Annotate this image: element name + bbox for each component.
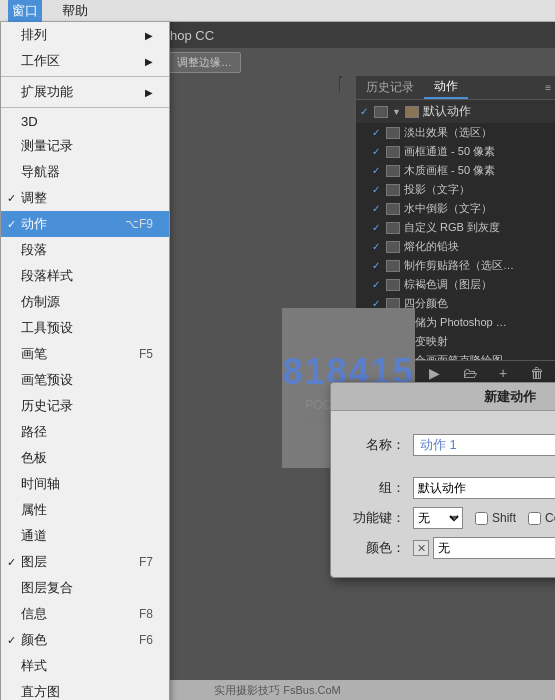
menu-item-measurement[interactable]: 测量记录 bbox=[1, 133, 169, 159]
menu-item-adjustments[interactable]: 调整 bbox=[1, 185, 169, 211]
new-action-btn[interactable]: + bbox=[493, 365, 513, 381]
menu-item-brush-presets[interactable]: 画笔预设 bbox=[1, 367, 169, 393]
action-item[interactable]: ✓ 制作剪贴路径（选区… bbox=[356, 256, 555, 275]
play-btn[interactable]: ▶ bbox=[423, 365, 446, 381]
ps-toolbar-strip: 调整边缘… bbox=[160, 48, 555, 76]
arrow-icon: ▶ bbox=[145, 56, 153, 67]
check-icon: ✓ bbox=[360, 106, 374, 117]
color-select-wrapper: 无 bbox=[433, 537, 555, 559]
action-icon bbox=[386, 203, 400, 215]
menu-item-paths[interactable]: 路径 bbox=[1, 419, 169, 445]
menu-item-histogram[interactable]: 直方图 bbox=[1, 679, 169, 700]
actions-tab[interactable]: 动作 bbox=[424, 76, 468, 99]
function-key-select[interactable]: 无 bbox=[413, 507, 463, 529]
delete-btn[interactable]: 🗑 bbox=[524, 365, 550, 381]
action-item[interactable]: ✓ 自定义 RGB 到灰度 bbox=[356, 218, 555, 237]
shift-checkbox-label[interactable]: Shift bbox=[475, 511, 516, 525]
color-row: 颜色： ✕ 无 bbox=[345, 537, 555, 559]
menu-item-channels[interactable]: 通道 bbox=[1, 523, 169, 549]
menu-item-paragraph-styles[interactable]: 段落样式 bbox=[1, 263, 169, 289]
action-item[interactable]: ✓ 熔化的铅块 bbox=[356, 237, 555, 256]
action-icon bbox=[386, 241, 400, 253]
ps-titlebar: hop CC bbox=[160, 22, 555, 48]
new-folder-btn[interactable]: 🗁 bbox=[457, 365, 483, 381]
action-item[interactable]: ✓ 画框通道 - 50 像素 bbox=[356, 142, 555, 161]
menu-item-tool-presets[interactable]: 工具预设 bbox=[1, 315, 169, 341]
history-tab[interactable]: 历史记录 bbox=[356, 77, 424, 98]
menu-item-swatches[interactable]: 色板 bbox=[1, 445, 169, 471]
menu-item-brush[interactable]: 画笔 F5 bbox=[1, 341, 169, 367]
menu-item-layer-comps[interactable]: 图层复合 bbox=[1, 575, 169, 601]
expand-triangle-icon: ▼ bbox=[392, 107, 401, 117]
menu-item-properties[interactable]: 属性 bbox=[1, 497, 169, 523]
panel-menu-arrow[interactable]: ≡ bbox=[545, 82, 555, 93]
shortcut-label: F6 bbox=[139, 633, 153, 647]
name-row: 名称： 记录 取消 bbox=[345, 421, 555, 469]
shortcut-label: F8 bbox=[139, 607, 153, 621]
group-select[interactable]: 默认动作 bbox=[413, 477, 555, 499]
action-item[interactable]: ✓ 淡出效果（选区） bbox=[356, 123, 555, 142]
action-item[interactable]: ✓ 棕褐色调（图层） bbox=[356, 275, 555, 294]
adjust-edge-btn[interactable]: 调整边缘… bbox=[168, 52, 241, 73]
function-key-row: 功能键： 无 Shift Command bbox=[345, 507, 555, 529]
photoshop-workspace: hop CC 调整边缘… » 历史记录 动作 ≡ ✓ ▼ bbox=[160, 22, 555, 700]
function-key-label: 功能键： bbox=[345, 509, 405, 527]
function-key-select-wrapper: 无 bbox=[413, 507, 463, 529]
dialog-body: 名称： 记录 取消 组： 默认动作 bbox=[331, 411, 555, 577]
group-label: 组： bbox=[345, 479, 405, 497]
action-icon bbox=[386, 279, 400, 291]
action-icon bbox=[386, 222, 400, 234]
group-select-wrapper: 默认动作 bbox=[413, 477, 555, 499]
menu-item-extensions[interactable]: 扩展功能 ▶ bbox=[1, 79, 169, 105]
shift-label: Shift bbox=[492, 511, 516, 525]
shift-checkbox[interactable] bbox=[475, 512, 488, 525]
watermark-text: 实用摄影技巧 FsBus.CoM bbox=[214, 683, 341, 698]
dialog-title: 新建动作 bbox=[331, 383, 555, 411]
action-group-header[interactable]: ✓ ▼ 默认动作 bbox=[356, 100, 555, 123]
action-icon bbox=[386, 184, 400, 196]
name-input[interactable] bbox=[413, 434, 555, 456]
action-item[interactable]: ✓ 投影（文字） bbox=[356, 180, 555, 199]
modifier-checkboxes: Shift Command bbox=[475, 511, 555, 525]
shortcut-label: F5 bbox=[139, 347, 153, 361]
action-icon bbox=[386, 127, 400, 139]
group-name: 默认动作 bbox=[423, 103, 471, 120]
group-row: 组： 默认动作 bbox=[345, 477, 555, 499]
menu-item-history[interactable]: 历史记录 bbox=[1, 393, 169, 419]
arrow-icon: ▶ bbox=[145, 87, 153, 98]
separator bbox=[1, 107, 169, 108]
menu-item-clone-source[interactable]: 仿制源 bbox=[1, 289, 169, 315]
ps-title: hop CC bbox=[170, 28, 214, 43]
action-icon bbox=[386, 260, 400, 272]
window-menu-item[interactable]: 窗口 bbox=[8, 0, 42, 22]
action-item[interactable]: ✓ 木质画框 - 50 像素 bbox=[356, 161, 555, 180]
window-dropdown: 排列 ▶ 工作区 ▶ 扩展功能 ▶ 3D 测量记录 导航器 调整 bbox=[0, 22, 170, 700]
main-area: 排列 ▶ 工作区 ▶ 扩展功能 ▶ 3D 测量记录 导航器 调整 bbox=[0, 22, 555, 700]
menu-item-layers[interactable]: 图层 F7 bbox=[1, 549, 169, 575]
menu-item-actions[interactable]: 动作 ⌥F9 bbox=[1, 211, 169, 237]
menu-item-color[interactable]: 颜色 F6 bbox=[1, 627, 169, 653]
menu-item-navigator[interactable]: 导航器 bbox=[1, 159, 169, 185]
shortcut-label: ⌥F9 bbox=[125, 217, 153, 231]
action-item[interactable]: ✓ 水中倒影（文字） bbox=[356, 199, 555, 218]
panel-header: 历史记录 动作 ≡ bbox=[356, 76, 555, 100]
menu-item-timeline[interactable]: 时间轴 bbox=[1, 471, 169, 497]
action-icon bbox=[386, 165, 400, 177]
shortcut-label: F7 bbox=[139, 555, 153, 569]
command-label: Command bbox=[545, 511, 555, 525]
new-action-dialog: 新建动作 名称： 记录 取消 组： 默认动作 bbox=[330, 382, 555, 578]
color-select[interactable]: 无 bbox=[433, 537, 555, 559]
help-menu-item[interactable]: 帮助 bbox=[58, 0, 92, 22]
menu-item-styles[interactable]: 样式 bbox=[1, 653, 169, 679]
menu-item-info[interactable]: 信息 F8 bbox=[1, 601, 169, 627]
command-checkbox[interactable] bbox=[528, 512, 541, 525]
menu-item-arrange[interactable]: 排列 ▶ bbox=[1, 22, 169, 48]
menu-item-paragraph[interactable]: 段落 bbox=[1, 237, 169, 263]
action-icon bbox=[386, 146, 400, 158]
menu-item-workspace[interactable]: 工作区 ▶ bbox=[1, 48, 169, 74]
menu-bar: 窗口 帮助 bbox=[0, 0, 555, 22]
command-checkbox-label[interactable]: Command bbox=[528, 511, 555, 525]
name-label: 名称： bbox=[345, 436, 405, 454]
menu-item-3d[interactable]: 3D bbox=[1, 110, 169, 133]
separator bbox=[1, 76, 169, 77]
